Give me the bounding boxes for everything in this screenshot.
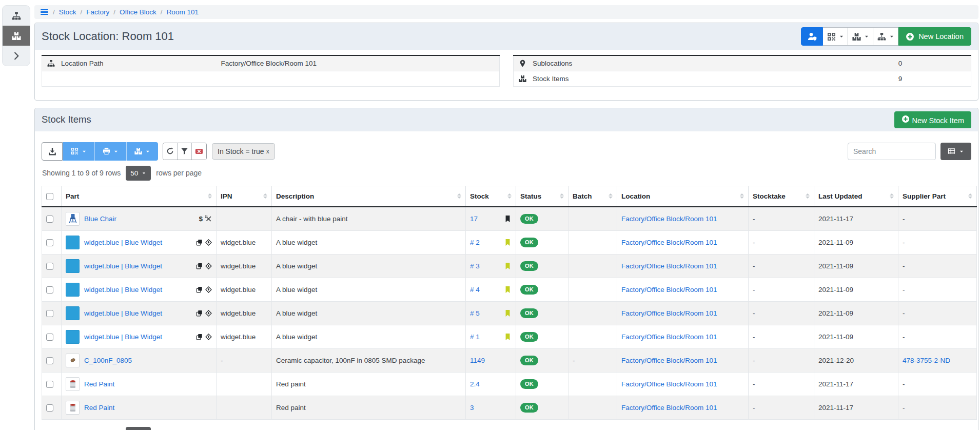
batch-cell: - [569, 348, 617, 372]
part-thumbnail[interactable] [66, 259, 80, 273]
filter-chip-in-stock[interactable]: In Stock = true x [212, 143, 275, 160]
diamond-icon [205, 239, 212, 246]
stock-link[interactable]: # 4 [470, 286, 480, 294]
breadcrumb-link[interactable]: Office Block [120, 8, 156, 16]
part-thumbnail[interactable] [66, 330, 80, 344]
column-header-supplier-part[interactable]: Supplier Part [898, 186, 977, 207]
part-thumbnail[interactable] [66, 377, 80, 391]
column-header-status[interactable]: Status [516, 186, 569, 207]
filter-button[interactable] [178, 143, 192, 160]
part-thumbnail[interactable] [66, 283, 80, 297]
diamond-icon [205, 286, 212, 293]
part-link[interactable]: widget.blue | Blue Widget [84, 239, 162, 246]
clear-filters-button[interactable] [192, 143, 206, 160]
stock-link[interactable]: 1149 [470, 357, 485, 364]
sidebar-item-sublocations-tab[interactable] [3, 6, 30, 26]
location-link[interactable]: Factory/Office Block/Room 101 [621, 286, 717, 294]
barcode-actions-button[interactable] [823, 27, 848, 46]
print-menu-button[interactable] [94, 142, 126, 161]
location-link[interactable]: Factory/Office Block/Room 101 [621, 404, 717, 412]
column-header-batch[interactable]: Batch [569, 186, 617, 207]
part-link[interactable]: widget.blue | Blue Widget [84, 333, 162, 341]
stock-link[interactable]: # 2 [470, 239, 480, 246]
supplier-part-cell: - [898, 325, 977, 348]
row-checkbox[interactable] [46, 381, 53, 388]
breadcrumb-link[interactable]: Factory [86, 8, 109, 16]
stock-link[interactable]: # 5 [470, 309, 480, 317]
page-size-dropdown[interactable]: 50 [126, 166, 151, 181]
part-cell: Blue Chair$ [62, 207, 217, 231]
part-thumbnail[interactable] [66, 401, 80, 415]
stock-link[interactable]: 2.4 [470, 380, 480, 388]
checkbox-cell [42, 254, 62, 278]
admin-button[interactable] [801, 27, 823, 46]
checkbox-cell [42, 372, 62, 396]
part-thumbnail[interactable] [66, 212, 80, 226]
breadcrumb-link[interactable]: Stock [59, 8, 76, 16]
column-header-ipn[interactable]: IPN [217, 186, 272, 207]
stock-options-button[interactable] [126, 142, 158, 161]
location-link[interactable]: Factory/Office Block/Room 101 [621, 380, 717, 388]
table-columns-button[interactable] [940, 143, 971, 160]
part-cell: widget.blue | Blue Widget [62, 301, 217, 325]
part-thumbnail[interactable] [66, 236, 80, 249]
refresh-button[interactable] [163, 143, 178, 160]
column-header-description[interactable]: Description [272, 186, 466, 207]
row-checkbox[interactable] [46, 357, 53, 364]
batch-cell [569, 278, 617, 301]
page-size-dropdown[interactable]: 50 [126, 427, 151, 430]
export-button[interactable] [42, 142, 63, 161]
stock-link[interactable]: 3 [470, 404, 474, 412]
location-link[interactable]: Factory/Office Block/Room 101 [621, 309, 717, 317]
stock-link[interactable]: 17 [470, 215, 478, 223]
row-checkbox[interactable] [46, 310, 53, 317]
part-link[interactable]: Blue Chair [84, 215, 116, 223]
part-link[interactable]: Red Paint [84, 380, 114, 388]
location-link[interactable]: Factory/Office Block/Room 101 [621, 357, 717, 364]
new-location-button[interactable]: New Location [898, 27, 971, 46]
batch-cell [569, 372, 617, 396]
sidebar-item-stock-items-tab[interactable] [3, 26, 30, 46]
stock-link[interactable]: # 1 [470, 333, 480, 341]
barcode-menu-button[interactable] [63, 142, 94, 161]
column-header-last-updated[interactable]: Last Updated [814, 186, 898, 207]
select-all-header[interactable] [42, 186, 62, 207]
part-link[interactable]: widget.blue | Blue Widget [84, 286, 162, 294]
row-checkbox[interactable] [46, 404, 53, 412]
row-checkbox[interactable] [46, 216, 53, 223]
stock-table-toolbar: In Stock = true x [42, 142, 971, 161]
copy-icon [196, 239, 203, 246]
remove-filter-icon[interactable]: x [266, 148, 269, 155]
part-thumbnail[interactable] [66, 354, 80, 367]
part-link[interactable]: Red Paint [84, 404, 114, 412]
sidebar-item-expand-sidebar[interactable] [3, 46, 30, 66]
location-link[interactable]: Factory/Office Block/Room 101 [621, 262, 717, 270]
location-tree-actions-button[interactable] [873, 27, 898, 46]
part-cell: widget.blue | Blue Widget [62, 325, 217, 348]
supplier-part-link[interactable]: 478-3755-2-ND [903, 357, 950, 364]
location-link[interactable]: Factory/Office Block/Room 101 [621, 239, 717, 246]
column-header-stock[interactable]: Stock [466, 186, 516, 207]
row-checkbox[interactable] [46, 334, 53, 341]
row-checkbox[interactable] [46, 239, 53, 246]
part-thumbnail[interactable] [66, 306, 80, 320]
search-input[interactable] [848, 143, 936, 160]
column-header-stocktake[interactable]: Stocktake [749, 186, 814, 207]
column-header-location[interactable]: Location [617, 186, 749, 207]
column-header-part[interactable]: Part [62, 186, 217, 207]
part-link[interactable]: widget.blue | Blue Widget [84, 309, 162, 317]
stock-actions-button[interactable] [848, 27, 873, 46]
breadcrumb-link[interactable]: Room 101 [167, 8, 199, 16]
menu-icon[interactable] [40, 8, 49, 16]
part-link[interactable]: widget.blue | Blue Widget [84, 262, 162, 270]
status-badge: OK [520, 261, 538, 271]
location-link[interactable]: Factory/Office Block/Room 101 [621, 333, 717, 341]
row-checkbox[interactable] [46, 286, 53, 294]
row-checkbox[interactable] [46, 263, 53, 270]
location-link[interactable]: Factory/Office Block/Room 101 [621, 215, 717, 223]
select-all-checkbox[interactable] [46, 193, 53, 200]
part-link[interactable]: C_100nF_0805 [84, 357, 132, 364]
stock-link[interactable]: # 3 [470, 262, 480, 270]
new-stock-item-button[interactable]: New Stock Item [894, 111, 971, 128]
checkbox-cell [42, 278, 62, 301]
